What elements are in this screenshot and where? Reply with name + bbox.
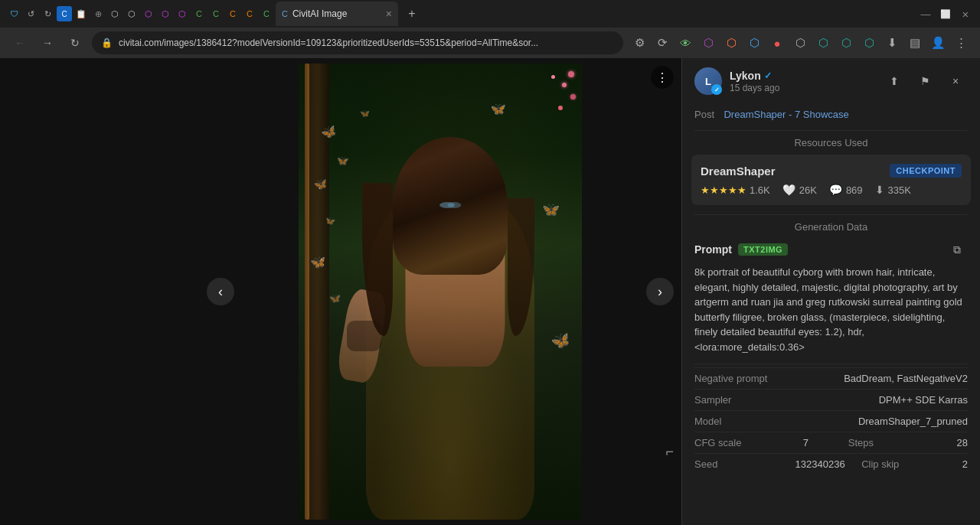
seed-label: Seed bbox=[694, 458, 786, 470]
address-text: civitai.com/images/1386412?modelVersionI… bbox=[119, 38, 614, 48]
prompt-section: Prompt TXT2IMG ⧉ 8k portrait of beautifu… bbox=[682, 236, 980, 364]
tab-favicon-6[interactable]: ⊕ bbox=[90, 6, 106, 21]
tab-favicon-2[interactable]: ↺ bbox=[23, 6, 38, 21]
tab-favicon-14[interactable]: C bbox=[225, 6, 240, 21]
stars-display: ★★★★★ bbox=[701, 184, 746, 196]
comment-icon: 💬 bbox=[829, 184, 842, 196]
ext-icon-1[interactable]: ⚙ bbox=[629, 33, 649, 53]
post-link[interactable]: DreamShaper - 7 Showcase bbox=[724, 109, 848, 120]
active-tab-favicon: C bbox=[282, 9, 288, 18]
ext-icon-10[interactable]: ⬡ bbox=[836, 33, 856, 53]
ext-icon-5[interactable]: ⬡ bbox=[721, 33, 741, 53]
ext-icon-7[interactable]: ● bbox=[767, 33, 787, 53]
flag-button[interactable]: ⚑ bbox=[913, 69, 937, 93]
ext-icon-4[interactable]: ⬡ bbox=[698, 33, 718, 53]
clip-skip-label: Clip skip bbox=[861, 458, 953, 470]
avatar-badge: ✓ bbox=[711, 84, 722, 95]
tab-favicon-15[interactable]: C bbox=[242, 6, 257, 21]
model-label: Model bbox=[694, 416, 786, 427]
tab-favicon-16[interactable]: C bbox=[259, 6, 274, 21]
tab-favicon-8[interactable]: ⬡ bbox=[124, 6, 139, 21]
cfg-value: 7 bbox=[803, 437, 808, 448]
image-menu-button[interactable]: ⋮ bbox=[651, 66, 674, 89]
active-tab-title: CivitAI Image bbox=[292, 8, 347, 19]
ext-icon-11[interactable]: ⬡ bbox=[859, 33, 879, 53]
forward-button[interactable]: → bbox=[37, 32, 58, 54]
likes-count: 26K bbox=[799, 184, 817, 196]
likes-stat: 🤍 26K bbox=[782, 184, 817, 196]
back-button[interactable]: ← bbox=[9, 32, 31, 54]
tab-close-icon[interactable]: × bbox=[386, 8, 392, 20]
prev-image-button[interactable]: ‹ bbox=[207, 278, 234, 305]
minimize-btn[interactable]: — bbox=[917, 5, 934, 22]
user-avatar[interactable]: L ✓ bbox=[694, 67, 722, 95]
new-tab-button[interactable]: + bbox=[403, 5, 421, 23]
post-label: Post bbox=[694, 109, 714, 120]
tab-favicon-10[interactable]: ⬡ bbox=[158, 6, 173, 21]
comments-stat: 💬 869 bbox=[829, 184, 863, 196]
resources-section-header: Resources Used bbox=[682, 131, 980, 155]
profile-icon[interactable]: 👤 bbox=[928, 33, 948, 53]
ext-icon-9[interactable]: ⬡ bbox=[813, 33, 833, 53]
checkpoint-badge: CHECKPOINT bbox=[890, 164, 962, 178]
stars-group: ★★★★★ 1.6K bbox=[701, 184, 770, 196]
main-content: 🦋 🦋 🦋 🦋 🦋 🦋 🦋 🦋 🦋 🦋 ⋮ ‹ › ⌐ bbox=[0, 58, 980, 525]
ext-icon-8[interactable]: ⬡ bbox=[790, 33, 810, 53]
close-panel-button[interactable]: × bbox=[943, 69, 968, 93]
verified-icon: ✓ bbox=[764, 70, 772, 81]
steps-label: Steps bbox=[848, 437, 940, 448]
panel-header: L ✓ Lykon ✓ 15 days ago ⬆ ⚑ × bbox=[682, 58, 980, 104]
resource-stats: ★★★★★ 1.6K 🤍 26K 💬 869 ⬇ 335K bbox=[701, 184, 962, 196]
post-section: Post DreamShaper - 7 Showcase bbox=[682, 104, 980, 130]
sampler-label: Sampler bbox=[694, 394, 786, 406]
prompt-header: Prompt TXT2IMG ⧉ bbox=[694, 239, 968, 260]
username-row: Lykon ✓ bbox=[730, 70, 874, 82]
negative-prompt-value: BadDream, FastNegativeV2 bbox=[786, 373, 968, 384]
tab-favicon-4[interactable]: C bbox=[57, 6, 72, 21]
seed-clip-row: Seed 132340236 Clip skip 2 bbox=[694, 453, 968, 474]
tab-favicon-3[interactable]: ↻ bbox=[40, 6, 55, 21]
negative-prompt-label: Negative prompt bbox=[694, 373, 786, 384]
resource-name[interactable]: DreamShaper bbox=[701, 165, 776, 178]
download-stat-icon: ⬇ bbox=[875, 184, 884, 196]
ext-icon-3[interactable]: 👁 bbox=[675, 33, 695, 53]
tab-icon-group: 🛡 ↺ ↻ C 📋 ⊕ ⬡ ⬡ ⬡ ⬡ ⬡ C C C C C C CivitA… bbox=[6, 2, 398, 26]
comments-count: 869 bbox=[846, 184, 863, 196]
tab-favicon-13[interactable]: C bbox=[208, 6, 224, 21]
browser-chrome: 🛡 ↺ ↻ C 📋 ⊕ ⬡ ⬡ ⬡ ⬡ ⬡ C C C C C C CivitA… bbox=[0, 0, 980, 58]
cfg-steps-row: CFG scale 7 Steps 28 bbox=[694, 432, 968, 453]
tab-favicon-1[interactable]: 🛡 bbox=[6, 6, 21, 21]
ext-icon-6[interactable]: ⬡ bbox=[744, 33, 764, 53]
tab-favicon-9[interactable]: ⬡ bbox=[141, 6, 156, 21]
copy-prompt-button[interactable]: ⧉ bbox=[946, 239, 968, 260]
restore-btn[interactable]: ⬜ bbox=[937, 5, 954, 22]
ext-icon-2[interactable]: ⟳ bbox=[652, 33, 672, 53]
sidebar-toggle-icon[interactable]: ▤ bbox=[905, 33, 925, 53]
model-row: Model DreamShaper_7_pruned bbox=[694, 410, 968, 432]
tab-favicon-11[interactable]: ⬡ bbox=[175, 6, 190, 21]
heart-icon: 🤍 bbox=[782, 184, 795, 196]
refresh-button[interactable]: ↻ bbox=[64, 32, 86, 54]
menu-icon[interactable]: ⋮ bbox=[951, 33, 971, 53]
active-tab[interactable]: C CivitAI Image × bbox=[276, 2, 398, 26]
sampler-row: Sampler DPM++ SDE Karras bbox=[694, 389, 968, 410]
cfg-label: CFG scale bbox=[694, 437, 786, 448]
close-btn[interactable]: × bbox=[957, 5, 974, 22]
image-placeholder: 🦋 🦋 🦋 🦋 🦋 🦋 🦋 🦋 🦋 🦋 bbox=[199, 58, 681, 525]
share-button[interactable]: ⬆ bbox=[882, 69, 906, 93]
next-image-button[interactable]: › bbox=[646, 278, 674, 305]
address-bar[interactable]: 🔒 civitai.com/images/1386412?modelVersio… bbox=[92, 31, 623, 54]
username-text: Lykon bbox=[730, 70, 761, 82]
download-icon[interactable]: ⬇ bbox=[882, 33, 902, 53]
tab-favicon-12[interactable]: C bbox=[191, 6, 207, 21]
negative-prompt-row: Negative prompt BadDream, FastNegativeV2 bbox=[694, 367, 968, 389]
prompt-text: 8k portrait of beautiful cyborg with bro… bbox=[694, 265, 968, 354]
resource-card: DreamShaper CHECKPOINT ★★★★★ 1.6K 🤍 26K … bbox=[691, 155, 971, 205]
lock-icon: 🔒 bbox=[101, 38, 113, 48]
image-expand-icon[interactable]: ⌐ bbox=[665, 444, 674, 460]
txt2img-badge: TXT2IMG bbox=[738, 243, 788, 256]
downloads-count: 335K bbox=[888, 184, 911, 196]
tab-favicon-5[interactable]: 📋 bbox=[74, 6, 89, 21]
downloads-stat: ⬇ 335K bbox=[875, 184, 911, 196]
tab-favicon-github[interactable]: ⬡ bbox=[107, 6, 122, 21]
